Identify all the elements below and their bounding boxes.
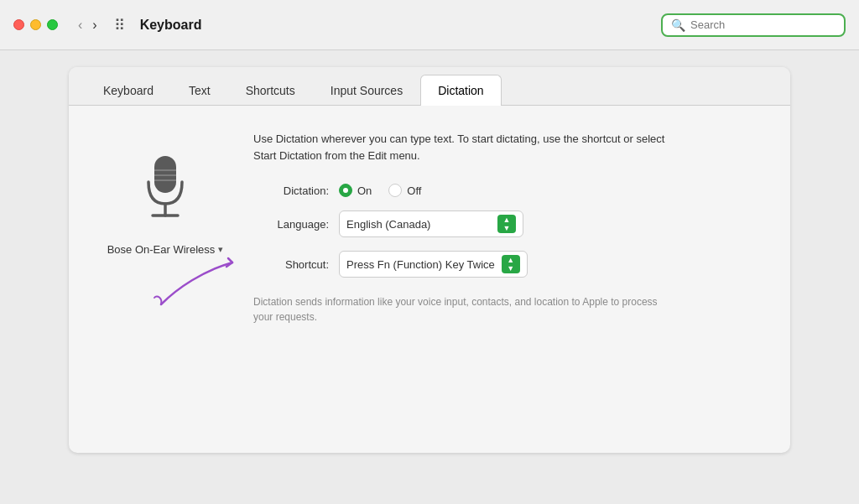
search-box: 🔍 <box>661 13 846 37</box>
language-stepper-icon: ▲ ▼ <box>497 215 516 233</box>
settings-panel: Keyboard Text Shortcuts Input Sources Di… <box>69 67 790 453</box>
language-row: Language: English (Canada) ▲ ▼ <box>253 210 757 237</box>
microphone-icon <box>132 148 199 231</box>
window-title: Keyboard <box>140 18 651 33</box>
grid-icon[interactable]: ⠿ <box>114 16 125 34</box>
main-content: Keyboard Text Shortcuts Input Sources Di… <box>0 50 859 504</box>
shortcut-row: Shortcut: Press Fn (Function) Key Twice … <box>253 251 757 278</box>
dictation-radio-group: On Off <box>339 184 421 197</box>
dictation-off-radio[interactable] <box>388 184 402 197</box>
panel-content: Bose On-Ear Wireless ▾ Use Dictation whe… <box>69 106 790 350</box>
dictation-toggle-row: Dictation: On Off <box>253 184 757 197</box>
tab-text[interactable]: Text <box>171 75 228 106</box>
zoom-button[interactable] <box>47 19 58 30</box>
nav-arrows: ‹ › <box>75 16 101 34</box>
minimize-button[interactable] <box>30 19 41 30</box>
forward-button[interactable]: › <box>89 16 100 34</box>
shortcut-label: Shortcut: <box>253 258 329 271</box>
back-button[interactable]: ‹ <box>75 16 86 34</box>
language-dropdown[interactable]: English (Canada) ▲ ▼ <box>339 210 523 237</box>
tab-bar: Keyboard Text Shortcuts Input Sources Di… <box>69 67 790 106</box>
shortcut-stepper-icon: ▲ ▼ <box>502 255 520 273</box>
dictation-label: Dictation: <box>253 184 329 197</box>
close-button[interactable] <box>13 19 24 30</box>
tab-shortcuts[interactable]: Shortcuts <box>228 75 313 106</box>
titlebar: ‹ › ⠿ Keyboard 🔍 <box>0 0 859 50</box>
tab-keyboard[interactable]: Keyboard <box>86 75 171 106</box>
on-label: On <box>357 184 372 197</box>
dictation-on-radio[interactable] <box>339 184 352 197</box>
description-text: Use Dictation wherever you can type text… <box>253 131 673 164</box>
search-icon: 🔍 <box>671 18 685 32</box>
language-label: Language: <box>253 218 329 231</box>
dictation-on-option[interactable]: On <box>339 184 372 197</box>
shortcut-value: Press Fn (Function) Key Twice <box>346 258 495 271</box>
traffic-lights <box>13 19 58 30</box>
settings-section: Use Dictation wherever you can type text… <box>253 131 757 325</box>
shortcut-dropdown[interactable]: Press Fn (Function) Key Twice ▲ ▼ <box>339 251 528 278</box>
svg-rect-0 <box>154 156 176 193</box>
mic-section: Bose On-Ear Wireless ▾ <box>102 131 228 325</box>
dictation-off-option[interactable]: Off <box>388 184 421 197</box>
tab-input-sources[interactable]: Input Sources <box>313 75 420 106</box>
off-label: Off <box>407 184 421 197</box>
arrow-annotation <box>153 237 262 316</box>
search-input[interactable] <box>690 18 836 31</box>
tab-dictation[interactable]: Dictation <box>420 75 501 106</box>
footer-text: Dictation sends information like your vo… <box>253 294 673 325</box>
language-value: English (Canada) <box>346 218 491 231</box>
